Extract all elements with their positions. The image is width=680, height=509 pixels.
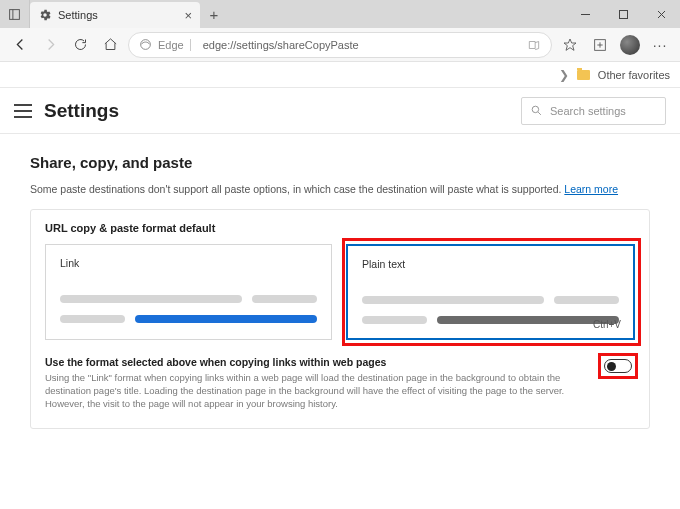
toggle-label: Use the format selected above when copyi… <box>45 356 591 368</box>
learn-more-link[interactable]: Learn more <box>564 183 618 195</box>
window-titlebar: Settings × + <box>0 0 680 28</box>
option-link-label: Link <box>60 257 317 269</box>
option-plain-label: Plain text <box>362 258 619 270</box>
maximize-button[interactable] <box>604 0 642 28</box>
preview-skeleton <box>362 296 619 324</box>
option-link[interactable]: Link <box>45 244 332 340</box>
tab-settings[interactable]: Settings × <box>30 2 200 28</box>
search-placeholder: Search settings <box>550 105 626 117</box>
search-icon <box>530 104 543 117</box>
format-toggle[interactable] <box>604 359 632 373</box>
format-options: Link Plain text Ctrl+V <box>45 244 635 340</box>
address-url: edge://settings/shareCopyPaste <box>203 39 359 51</box>
menu-button[interactable]: ··· <box>648 33 672 57</box>
close-icon[interactable]: × <box>184 8 192 23</box>
edge-icon <box>139 38 152 51</box>
folder-icon <box>577 70 590 80</box>
option-plain-text[interactable]: Plain text Ctrl+V <box>346 244 635 340</box>
close-window-button[interactable] <box>642 0 680 28</box>
minimize-button[interactable] <box>566 0 604 28</box>
profile-button[interactable] <box>618 33 642 57</box>
reading-icon[interactable] <box>527 38 541 52</box>
other-favorites-link[interactable]: Other favorites <box>598 69 670 81</box>
new-tab-button[interactable]: + <box>200 0 228 28</box>
collections-button[interactable] <box>588 33 612 57</box>
window-controls <box>566 0 680 28</box>
page-description: Some paste destinations don't support al… <box>30 183 650 195</box>
svg-point-6 <box>141 40 151 50</box>
shortcut-label: Ctrl+V <box>593 319 621 330</box>
refresh-button[interactable] <box>68 33 92 57</box>
svg-rect-3 <box>619 10 627 18</box>
page-title: Share, copy, and paste <box>30 154 650 171</box>
chevron-right-icon[interactable]: ❯ <box>559 68 569 82</box>
preview-skeleton <box>60 295 317 323</box>
svg-line-11 <box>538 112 541 115</box>
avatar <box>620 35 640 55</box>
back-button[interactable] <box>8 33 32 57</box>
svg-rect-0 <box>10 9 20 19</box>
tab-strip: Settings × + <box>0 0 228 28</box>
tab-title: Settings <box>58 9 98 21</box>
home-button[interactable] <box>98 33 122 57</box>
settings-title: Settings <box>44 100 119 122</box>
settings-card: URL copy & paste format default Link Pla… <box>30 209 650 429</box>
svg-point-10 <box>532 106 539 113</box>
toggle-setting-row: Use the format selected above when copyi… <box>45 356 635 410</box>
forward-button[interactable] <box>38 33 62 57</box>
toggle-wrap <box>601 356 635 376</box>
favorites-button[interactable] <box>558 33 582 57</box>
favorites-bar: ❯ Other favorites <box>0 62 680 88</box>
settings-content: Share, copy, and paste Some paste destin… <box>0 134 680 449</box>
section-title: URL copy & paste format default <box>45 222 635 234</box>
settings-header: Settings Search settings <box>0 88 680 134</box>
browser-toolbar: Edge edge://settings/shareCopyPaste ··· <box>0 28 680 62</box>
toggle-description: Using the "Link" format when copying lin… <box>45 372 591 410</box>
search-input[interactable]: Search settings <box>521 97 666 125</box>
gear-icon <box>38 8 52 22</box>
menu-icon[interactable] <box>14 104 32 118</box>
address-bar[interactable]: Edge edge://settings/shareCopyPaste <box>128 32 552 58</box>
tab-actions-button[interactable] <box>0 0 30 28</box>
address-prefix: Edge <box>158 39 197 51</box>
